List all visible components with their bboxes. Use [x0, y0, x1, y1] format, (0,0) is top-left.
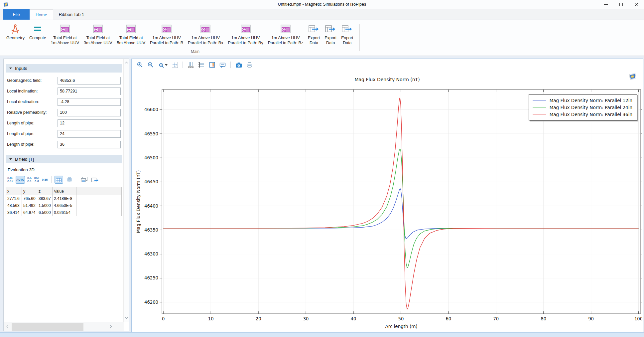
- zoom-out-button[interactable]: [146, 61, 155, 69]
- svg-text:90: 90: [588, 316, 594, 321]
- zoom-box-button[interactable]: [157, 61, 168, 69]
- relative-permeability-input[interactable]: [58, 109, 121, 116]
- table-header-row: x y z Value: [6, 187, 122, 195]
- precision-milli-button[interactable]: 850 e-3: [34, 176, 40, 183]
- bfield-section-header[interactable]: B field [T]: [6, 155, 122, 163]
- local-inclination-input[interactable]: [58, 87, 121, 95]
- plot-svg[interactable]: 0102030405060708090100462004625046300463…: [132, 85, 642, 332]
- field-row: Length of pipe:: [4, 118, 129, 128]
- table-view-toggle[interactable]: [55, 176, 63, 184]
- plot-group-icon: [200, 23, 210, 35]
- show-table-window-button[interactable]: [80, 176, 89, 184]
- zoom-extents-button[interactable]: [171, 61, 179, 69]
- plot-canvas[interactable]: Mag Flux Density Norm (nT) 0102030405060…: [132, 72, 642, 332]
- precision-decimal-button[interactable]: 0.85: [42, 178, 48, 182]
- ribbon-button-label: Export: [324, 36, 336, 40]
- svg-text:46350: 46350: [144, 228, 158, 233]
- horizontal-scrollbar[interactable]: [4, 322, 124, 331]
- plot-legend-toggle[interactable]: [218, 61, 227, 69]
- parallel-path-bz-button[interactable]: 1m Above UUVParallel to Path: Bz: [266, 23, 306, 46]
- ribbon-button-label: Parallel to Path: Bx: [188, 41, 223, 45]
- export-data-button-1[interactable]: ExportData: [306, 23, 322, 46]
- image-snapshot-button[interactable]: [234, 61, 243, 69]
- field-label: Length of pipe:: [7, 131, 58, 136]
- scroll-down-icon[interactable]: [124, 315, 129, 321]
- scrollbar-thumb[interactable]: [12, 323, 83, 331]
- scroll-right-icon[interactable]: [107, 322, 115, 331]
- ribbon-button-label: Export: [341, 36, 353, 40]
- minimize-button[interactable]: [598, 0, 613, 9]
- ribbon-button-label: Parallel to Path: Bz: [268, 41, 303, 45]
- cell: 1.5000: [37, 202, 53, 209]
- svg-text:70: 70: [493, 316, 499, 321]
- pipe-length-36-input[interactable]: [58, 141, 121, 148]
- maximize-button[interactable]: [613, 0, 629, 9]
- ribbon-group-separator: [359, 24, 360, 51]
- pipe-length-24-input[interactable]: [58, 130, 121, 138]
- precision-engineering-button[interactable]: 8.5 e-1: [27, 176, 32, 183]
- local-declination-input[interactable]: [58, 98, 121, 106]
- cell: 2771.6: [6, 195, 22, 202]
- export-data-button-3[interactable]: ExportData: [339, 23, 355, 46]
- precision-scientific-button[interactable]: 8.85 e-12: [7, 176, 14, 183]
- status-bar: [0, 332, 644, 337]
- vertical-scrollbar[interactable]: [123, 59, 129, 322]
- ribbon-button-label: Data: [326, 41, 335, 45]
- total-field-1m-button[interactable]: Total Field at1m Above UUV: [49, 23, 81, 46]
- ribbon-button-label: 1m Above UUV: [271, 36, 300, 40]
- tab-file[interactable]: File: [3, 9, 30, 20]
- total-field-3m-button[interactable]: Total Field at3m Above UUV: [81, 23, 114, 46]
- parallel-path-by-button[interactable]: 1m Above UUVParallel to Path: By: [225, 23, 265, 46]
- precision-auto-button[interactable]: AUTO: [16, 176, 25, 184]
- x-axis-grid-button[interactable]: [187, 61, 195, 69]
- inputs-section-title: Inputs: [15, 66, 27, 71]
- y-axis-grid-button[interactable]: [197, 61, 205, 69]
- total-field-5m-button[interactable]: Total Field at5m Above UUV: [115, 23, 148, 46]
- field-row: Length of pipe:: [4, 139, 129, 150]
- close-button[interactable]: [629, 0, 644, 9]
- cell: 765.60: [22, 195, 37, 202]
- ribbon-button-label: Total Field at: [53, 36, 77, 40]
- close-icon: [634, 3, 638, 7]
- plot-group-icon: [93, 23, 103, 35]
- export-data-button-2[interactable]: ExportData: [322, 23, 339, 46]
- svg-text:46200: 46200: [144, 300, 158, 305]
- toolbar-separator: [77, 176, 77, 183]
- ribbon-button-label: 5m Above UUV: [117, 41, 145, 45]
- zoom-dropdown-arrow[interactable]: [165, 64, 168, 66]
- ribbon-button-label: Data: [343, 41, 351, 45]
- compute-button[interactable]: Compute: [27, 23, 49, 41]
- scroll-left-icon[interactable]: [4, 322, 11, 331]
- globe-view-button[interactable]: [65, 176, 74, 184]
- color-legend-toggle[interactable]: [208, 61, 216, 69]
- toolbar-separator: [183, 62, 183, 68]
- export-table-button[interactable]: [91, 176, 99, 184]
- print-button[interactable]: [245, 61, 253, 69]
- svg-text:46600: 46600: [144, 107, 158, 112]
- inputs-section-header[interactable]: Inputs: [6, 64, 122, 73]
- scroll-up-icon[interactable]: [124, 60, 129, 66]
- ribbon-button-label: Total Field at: [86, 36, 110, 40]
- geomagnetic-field-input[interactable]: [58, 77, 121, 84]
- table-row[interactable]: 2771.6 765.60 383.67 2.4186E-8: [6, 195, 122, 202]
- svg-text:46550: 46550: [144, 131, 158, 136]
- svg-text:46500: 46500: [144, 155, 158, 160]
- svg-text:46250: 46250: [144, 275, 158, 280]
- export-data-icon: [325, 23, 336, 35]
- parallel-path-bx-button[interactable]: 1m Above UUVParallel to Path: Bx: [186, 23, 225, 46]
- geometry-button[interactable]: Geometry: [4, 23, 27, 41]
- table-row[interactable]: 48.563 51.492 1.5000 4.6653E-5: [6, 202, 122, 209]
- pipe-length-12-input[interactable]: [58, 119, 121, 127]
- ribbon-button-label: 1m Above UUV: [231, 36, 260, 40]
- tab-home[interactable]: Home: [30, 9, 53, 20]
- field-row: Relative permeability:: [4, 107, 129, 118]
- parallel-path-b-button[interactable]: 1m Above UUVParallel to Path: B: [148, 23, 186, 46]
- legend-entry: Mag Flux Density Norm: Parallel 12in: [533, 97, 632, 104]
- legend-label: Mag Flux Density Norm: Parallel 36in: [550, 112, 632, 117]
- table-row[interactable]: 36.414 64.974 6.5000 0.026154: [6, 209, 122, 216]
- chart-title: Mag Flux Density Norm (nT): [132, 77, 642, 82]
- cell: [76, 195, 122, 202]
- tab-ribbon-1[interactable]: Ribbon Tab 1: [53, 9, 90, 20]
- zoom-in-button[interactable]: [136, 61, 144, 69]
- plot-group-icon: [126, 23, 136, 35]
